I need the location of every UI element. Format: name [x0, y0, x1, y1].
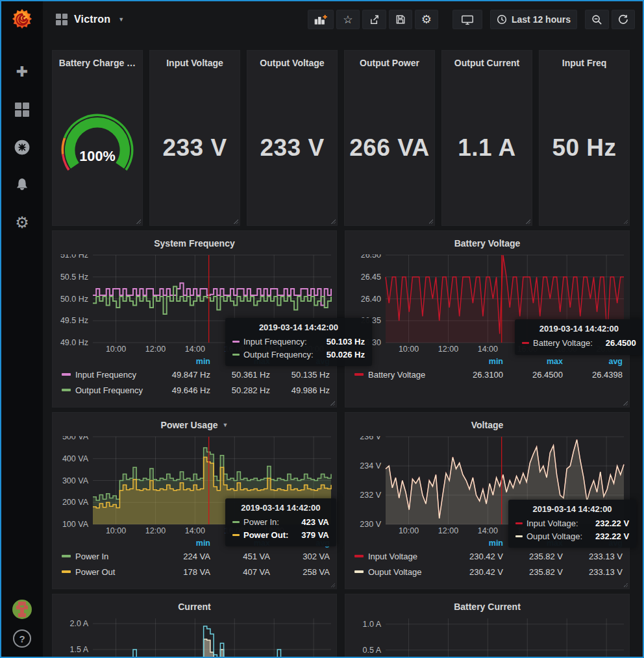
panel-title[interactable]: Output Voltage: [260, 51, 324, 70]
panel-title[interactable]: Output Current: [454, 51, 519, 70]
legend-series-name[interactable]: Power Out: [62, 567, 151, 577]
grafana-logo-icon[interactable]: [1, 1, 43, 38]
legend-header-min[interactable]: min: [443, 357, 503, 367]
legend-header-min[interactable]: min: [443, 539, 503, 548]
y-axis-label: 232 V: [360, 491, 381, 500]
panel-title[interactable]: Battery Current: [348, 594, 626, 614]
legend-series-name[interactable]: Input Frequency: [62, 370, 151, 380]
y-axis-label: 500 VA: [62, 436, 89, 441]
panel-title[interactable]: Input Voltage: [166, 51, 223, 70]
legend-value: 235.82 V: [503, 567, 563, 577]
legend: minmaxavgPower In224 VA451 VA302 VAPower…: [55, 539, 334, 579]
sidebar-item-dashboards[interactable]: [9, 99, 35, 121]
panel-output-voltage: Output Voltage 233 V: [247, 50, 338, 226]
legend-series-name[interactable]: Output Frequency: [62, 385, 151, 395]
gear-icon: ⚙: [421, 14, 432, 25]
legend-value: 235.82 V: [503, 552, 563, 561]
refresh-button[interactable]: [612, 10, 635, 29]
x-axis-label: 14:00: [478, 345, 498, 354]
series-output-frequency: [93, 287, 331, 315]
x-axis-label: 10:00: [106, 345, 126, 354]
y-axis-label: 200 VA: [62, 498, 89, 507]
legend-value: 302 VA: [270, 552, 330, 561]
x-axis-label: 12:00: [145, 526, 166, 535]
stat-value: 233 V: [260, 70, 324, 225]
sidebar-item-alerting[interactable]: [9, 174, 35, 196]
y-axis-label: 49.0 Hz: [60, 338, 88, 347]
x-axis-label: 14:00: [185, 526, 205, 535]
chart-canvas-battery-current[interactable]: 1.0 A0.5 A0 A10:0012:0014:0016:0018:0020…: [348, 618, 628, 657]
legend-series-name[interactable]: Input Voltage: [354, 552, 443, 561]
user-avatar[interactable]: [12, 600, 32, 619]
dashboard-settings-button[interactable]: ⚙: [415, 10, 438, 29]
legend-row: Input Frequency49.847 Hz50.361 Hz50.135 …: [62, 367, 330, 382]
y-axis-label: 26.40: [361, 295, 381, 304]
sidebar-item-explore[interactable]: [9, 136, 35, 158]
add-panel-button[interactable]: [308, 10, 334, 29]
legend-header-avg[interactable]: avg: [270, 357, 330, 367]
legend: minmaxavgInput Frequency49.847 Hz50.361 …: [55, 357, 334, 398]
top-navbar: Victron ▼ ☆: [43, 1, 643, 38]
x-axis-label: 12:00: [438, 526, 458, 535]
panel-output-power: Output Power 266 VA: [344, 50, 435, 226]
time-range-picker[interactable]: Last 12 hours: [490, 10, 577, 29]
series-color-swatch: [62, 373, 71, 376]
chart-canvas-power-usage[interactable]: 500 VA400 VA300 VA200 VA100 VA10:0012:00…: [55, 436, 335, 539]
panel-title[interactable]: System Frequency: [55, 231, 334, 250]
legend-header-avg[interactable]: avg: [563, 357, 623, 367]
alerting-bell-icon: [15, 178, 29, 192]
panel-title[interactable]: Current: [55, 594, 334, 614]
sidebar-menu: ✚ ⚙: [9, 61, 35, 234]
dashboard-breadcrumb[interactable]: Victron ▼: [56, 14, 124, 25]
panel-input-voltage: Input Voltage 233 V: [149, 50, 240, 226]
legend-header-avg[interactable]: avg: [563, 539, 623, 548]
navbar-actions: ☆ ⚙: [305, 10, 635, 29]
panel-title[interactable]: Battery Voltage: [348, 231, 626, 250]
legend-header-min[interactable]: min: [151, 357, 210, 367]
sidebar: ✚ ⚙: [1, 1, 43, 657]
cycle-view-button[interactable]: [452, 10, 482, 29]
series-color-swatch: [62, 389, 71, 391]
share-button[interactable]: [362, 10, 386, 29]
legend-value: 407 VA: [210, 567, 270, 577]
legend-series-name[interactable]: Power In: [62, 552, 151, 561]
panel-title[interactable]: Input Freq: [562, 51, 606, 70]
y-axis-label: 50.0 Hz: [60, 295, 88, 304]
save-button[interactable]: [389, 10, 412, 29]
zoom-out-button[interactable]: [585, 10, 609, 29]
legend-header-max[interactable]: max: [210, 357, 270, 367]
chart-canvas-voltage[interactable]: 236 V234 V232 V230 V10:0012:0014:0016:00…: [348, 436, 628, 539]
legend-header-max[interactable]: max: [210, 539, 270, 548]
sidebar-item-configuration[interactable]: ⚙: [9, 212, 35, 234]
legend-header-max[interactable]: max: [503, 539, 563, 548]
chart-canvas-system-frequency[interactable]: 51.0 Hz50.5 Hz50.0 Hz49.5 Hz49.0 Hz10:00…: [55, 254, 335, 357]
legend-value: 224 VA: [151, 552, 210, 561]
panel-battery-voltage: Battery Voltage26.5026.4526.4026.3526.30…: [345, 230, 630, 408]
x-axis-label: 14:00: [185, 345, 205, 354]
chart-canvas-current[interactable]: 2.0 A1.5 A1.0 A0.5 A10:0012:0014:0016:00…: [55, 618, 335, 657]
y-axis-label: 0.5 A: [363, 646, 382, 655]
panel-title[interactable]: Output Power: [360, 51, 419, 70]
legend-header-avg[interactable]: avg: [270, 539, 330, 548]
panel-title[interactable]: Battery Charge …: [59, 51, 136, 70]
legend-value: 50.135 Hz: [270, 370, 330, 380]
dashboards-icon: [15, 103, 29, 117]
star-button[interactable]: ☆: [336, 10, 360, 29]
legend-series-name[interactable]: Battery Voltage: [354, 370, 443, 380]
legend: minmaxavgBattery Voltage26.310026.450026…: [348, 357, 626, 382]
sidebar-item-create[interactable]: ✚: [9, 61, 35, 83]
star-icon: ☆: [343, 14, 353, 25]
legend-header-max[interactable]: max: [503, 357, 563, 367]
legend-series-name[interactable]: Ouput Voltage: [354, 567, 443, 577]
legend-header-min[interactable]: min: [151, 539, 210, 548]
legend-row: Battery Voltage26.310026.450026.4398: [354, 367, 623, 382]
x-axis-label: 20:00: [596, 345, 616, 354]
chart-canvas-battery-voltage[interactable]: 26.5026.4526.4026.3526.3010:0012:0014:00…: [348, 254, 628, 357]
help-icon[interactable]: ?: [13, 629, 31, 648]
panel-title[interactable]: Power Usage▼: [55, 413, 334, 432]
x-axis-label: 20:00: [303, 345, 323, 354]
legend-value: 233.13 V: [563, 567, 623, 577]
x-axis-label: 16:00: [517, 345, 538, 354]
x-axis-label: 18:00: [264, 345, 284, 354]
panel-title[interactable]: Voltage: [348, 413, 626, 432]
